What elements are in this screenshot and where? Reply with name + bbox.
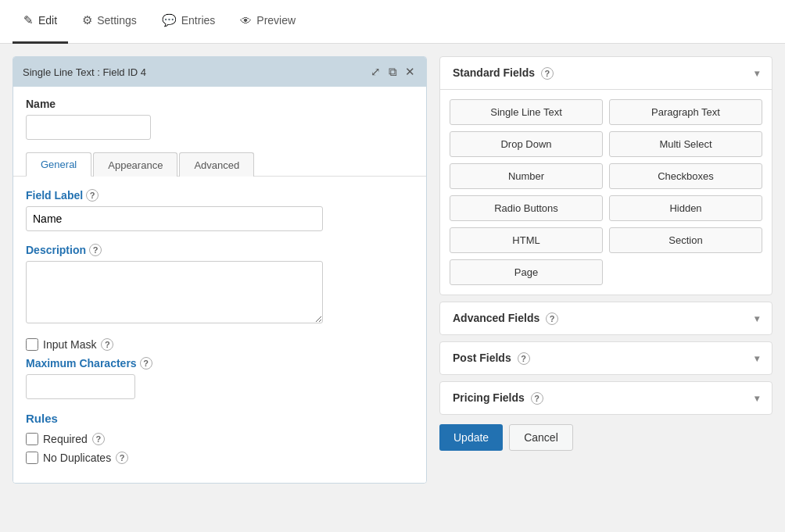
max-chars-help-icon: ?: [140, 357, 152, 370]
description-help-icon: ?: [89, 244, 102, 256]
advanced-fields-header[interactable]: Advanced Fields ? ▾: [440, 302, 772, 334]
no-duplicates-row: No Duplicates ?: [26, 452, 414, 464]
tab-advanced[interactable]: Advanced: [179, 152, 254, 177]
top-navigation: ✎ Edit ⚙ Settings 💬 Entries 👁 Preview: [0, 0, 785, 44]
settings-icon: ⚙: [82, 13, 92, 27]
field-btn-drop-down[interactable]: Drop Down: [450, 131, 603, 157]
field-btn-multi-select[interactable]: Multi Select: [609, 131, 762, 157]
required-help-icon: ?: [92, 433, 105, 445]
field-tabs-row: General Appearance Advanced: [13, 152, 426, 177]
standard-fields-header: Standard Fields ? ▾: [440, 57, 772, 90]
field-label-group: Field Label ?: [26, 189, 414, 231]
pricing-fields-title: Pricing Fields ?: [453, 391, 543, 405]
field-label-label: Field Label ?: [26, 189, 414, 202]
input-mask-label: Input Mask: [43, 338, 96, 351]
field-btn-single-line-text[interactable]: Single Line Text: [450, 99, 603, 125]
field-editor-card: Single Line Text : Field ID 4 ⤢ ⧉ ✕ Name…: [13, 56, 427, 484]
field-label-help-icon: ?: [86, 189, 99, 202]
no-duplicates-help-icon: ?: [116, 452, 128, 464]
field-editor-header: Single Line Text : Field ID 4 ⤢ ⧉ ✕: [13, 57, 426, 87]
tab-appearance[interactable]: Appearance: [93, 152, 177, 177]
input-mask-row: Input Mask ?: [26, 338, 414, 351]
advanced-fields-title: Advanced Fields ?: [453, 312, 558, 325]
advanced-fields-chevron-icon: ▾: [755, 313, 759, 324]
field-btn-hidden[interactable]: Hidden: [609, 195, 762, 221]
field-label-input[interactable]: [26, 206, 323, 231]
action-buttons: Update Cancel: [439, 424, 772, 451]
standard-fields-help-icon: ?: [541, 67, 554, 80]
required-checkbox[interactable]: [26, 433, 38, 445]
field-btn-checkboxes[interactable]: Checkboxes: [609, 163, 762, 189]
pricing-fields-container: Pricing Fields ? ▾: [439, 381, 772, 415]
no-duplicates-label: No Duplicates: [43, 452, 111, 464]
pricing-fields-help-icon: ?: [531, 392, 543, 405]
cancel-button[interactable]: Cancel: [509, 424, 573, 451]
name-section: Name: [13, 87, 426, 145]
expand-icon-button[interactable]: ⤢: [369, 63, 382, 80]
standard-fields-title: Standard Fields ?: [453, 66, 554, 80]
entries-icon: 💬: [162, 13, 177, 27]
post-fields-container: Post Fields ? ▾: [439, 341, 772, 375]
main-layout: Single Line Text : Field ID 4 ⤢ ⧉ ✕ Name…: [0, 44, 785, 496]
required-row: Required ?: [26, 433, 414, 445]
name-input[interactable]: [26, 115, 151, 140]
nav-tab-settings-label: Settings: [97, 14, 137, 27]
rules-section: Rules Required ? No Duplicates ?: [26, 412, 414, 464]
post-fields-help-icon: ?: [518, 352, 530, 365]
advanced-fields-help-icon: ?: [546, 312, 558, 325]
field-editor-title: Single Line Text : Field ID 4: [23, 66, 146, 78]
page-wrapper: ✎ Edit ⚙ Settings 💬 Entries 👁 Preview Si…: [0, 0, 785, 532]
rules-label: Rules: [26, 412, 414, 425]
nav-tab-edit[interactable]: ✎ Edit: [13, 0, 68, 44]
field-btn-radio-buttons[interactable]: Radio Buttons: [450, 195, 603, 221]
nav-tab-settings[interactable]: ⚙ Settings: [71, 0, 148, 44]
field-btn-html[interactable]: HTML: [450, 227, 603, 253]
advanced-fields-container: Advanced Fields ? ▾: [439, 302, 772, 335]
standard-fields-chevron-icon: ▾: [755, 68, 759, 79]
nav-tab-preview-label: Preview: [256, 14, 296, 27]
input-mask-help-icon: ?: [101, 338, 113, 351]
required-label: Required: [43, 433, 88, 445]
nav-tab-entries-label: Entries: [181, 14, 216, 27]
update-button[interactable]: Update: [439, 424, 503, 451]
nav-tab-edit-label: Edit: [38, 14, 57, 27]
post-fields-header[interactable]: Post Fields ? ▾: [440, 342, 772, 374]
max-chars-group: Maximum Characters ?: [26, 357, 414, 399]
close-icon-button[interactable]: ✕: [403, 63, 417, 80]
max-chars-label: Maximum Characters ?: [26, 357, 414, 370]
standard-fields-grid: Single Line Text Paragraph Text Drop Dow…: [440, 90, 772, 295]
edit-icon: ✎: [23, 13, 34, 27]
duplicate-icon-button[interactable]: ⧉: [387, 63, 399, 80]
field-btn-number[interactable]: Number: [450, 163, 603, 189]
tab-content-general: Field Label ? Description ?: [13, 177, 426, 483]
name-label: Name: [26, 98, 414, 110]
field-btn-paragraph-text[interactable]: Paragraph Text: [609, 99, 762, 125]
left-panel: Single Line Text : Field ID 4 ⤢ ⧉ ✕ Name…: [13, 56, 427, 484]
pricing-fields-chevron-icon: ▾: [755, 393, 759, 404]
preview-icon: 👁: [240, 14, 252, 27]
tab-general[interactable]: General: [26, 152, 91, 177]
nav-tab-entries[interactable]: 💬 Entries: [151, 0, 227, 44]
max-chars-input[interactable]: [26, 374, 135, 399]
field-btn-page[interactable]: Page: [450, 259, 603, 285]
post-fields-title: Post Fields ?: [453, 352, 530, 365]
nav-tab-preview[interactable]: 👁 Preview: [229, 0, 306, 44]
no-duplicates-checkbox[interactable]: [26, 452, 38, 464]
description-textarea[interactable]: [26, 261, 323, 323]
post-fields-chevron-icon: ▾: [755, 353, 759, 364]
right-panel: Standard Fields ? ▾ Single Line Text Par…: [439, 56, 772, 451]
field-btn-section[interactable]: Section: [609, 227, 762, 253]
description-group: Description ?: [26, 244, 414, 326]
pricing-fields-header[interactable]: Pricing Fields ? ▾: [440, 382, 772, 414]
standard-fields-container: Standard Fields ? ▾ Single Line Text Par…: [439, 56, 772, 295]
description-label: Description ?: [26, 244, 414, 256]
field-editor-header-actions: ⤢ ⧉ ✕: [369, 63, 417, 80]
input-mask-checkbox[interactable]: [26, 338, 38, 351]
